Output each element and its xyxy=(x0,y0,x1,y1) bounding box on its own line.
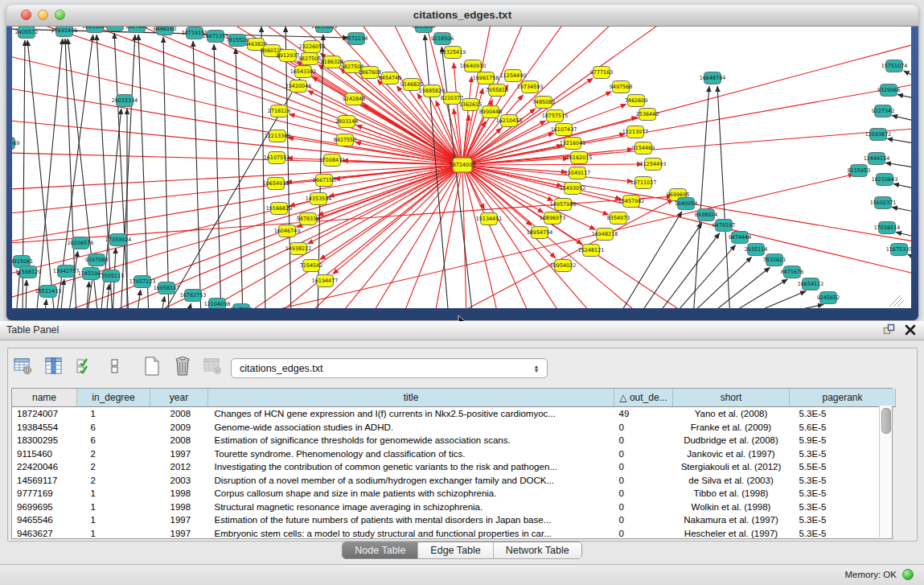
cell-title[interactable]: Tourette syndrome. Phenomenology and cla… xyxy=(208,447,614,461)
graph-edge[interactable] xyxy=(161,296,165,308)
cell-name[interactable]: 9463627 xyxy=(12,527,77,541)
graph-edge[interactable] xyxy=(261,27,265,308)
cell-short[interactable]: Yano et al. (2008) xyxy=(673,407,790,421)
graph-node[interactable]: 6479197 xyxy=(713,220,735,232)
graph-edge[interactable] xyxy=(12,165,462,189)
graph-edge[interactable] xyxy=(97,35,113,308)
cell-in_degree[interactable]: 6 xyxy=(77,421,150,435)
cell-in_degree[interactable]: 2 xyxy=(77,460,150,474)
graph-edge[interactable] xyxy=(462,165,911,274)
graph-node[interactable]: 13954469 xyxy=(12,138,19,150)
graph-node[interactable]: 12325419 xyxy=(440,47,466,59)
graph-node[interactable]: 10654935 xyxy=(263,178,290,190)
graph-node[interactable]: 16033809 xyxy=(311,27,338,33)
cell-out_degree[interactable]: 0 xyxy=(614,447,673,461)
select-rows-icon[interactable] xyxy=(74,356,95,377)
graph-node[interactable]: 9154469 xyxy=(632,142,655,154)
graph-node[interactable]: 7462609 xyxy=(625,95,647,107)
cell-name[interactable]: 18724007 xyxy=(12,407,77,421)
graph-node[interactable]: 8354973 xyxy=(607,212,630,225)
graph-node[interactable]: 7485083 xyxy=(532,97,555,109)
cell-short[interactable]: de Silva et al. (2003) xyxy=(673,474,790,488)
graph-node[interactable]: 14353594 xyxy=(306,193,332,205)
graph-edge[interactable] xyxy=(138,35,149,308)
cell-in_degree[interactable]: 2 xyxy=(77,447,150,461)
cell-year[interactable]: 2008 xyxy=(150,434,208,447)
graph-node[interactable]: 9397588 xyxy=(85,254,108,266)
resize-grip[interactable] xyxy=(889,295,904,307)
graph-node[interactable]: 7254542 xyxy=(300,260,322,272)
graph-node[interactable]: 18757515 xyxy=(542,110,569,122)
column-header-in_degree[interactable]: in_degree xyxy=(77,389,150,407)
window-titlebar[interactable]: citations_edges.txt xyxy=(6,5,918,27)
graph-node[interactable]: 15248121 xyxy=(578,245,605,257)
graph-node[interactable]: 2536440 xyxy=(636,109,659,121)
graph-edge[interactable] xyxy=(706,267,770,308)
graph-node[interactable]: 9777163 xyxy=(590,67,613,79)
cell-out_degree[interactable]: 0 xyxy=(614,501,673,514)
graph-node-hub[interactable]: 18724007 xyxy=(450,158,476,172)
graph-node[interactable]: 9218506 xyxy=(431,33,454,45)
tab-network-table[interactable]: Network Table xyxy=(494,542,581,558)
cell-year[interactable]: 1997 xyxy=(150,527,208,541)
cell-name[interactable]: 9115460 xyxy=(12,447,77,461)
graph-node[interactable]: 2803144 xyxy=(335,116,358,128)
table-row[interactable]: 977716911998Corpus callosum shape and si… xyxy=(12,487,896,501)
graph-node[interactable]: 16782753 xyxy=(180,290,207,302)
graph-edge[interactable] xyxy=(462,165,621,199)
graph-edge[interactable] xyxy=(44,299,47,308)
cell-in_degree[interactable]: 2 xyxy=(77,474,150,488)
graph-node[interactable]: 9827505 xyxy=(298,53,321,65)
graph-node[interactable]: 15457982 xyxy=(618,196,645,208)
graph-node[interactable]: 15493052 xyxy=(560,183,586,195)
cell-short[interactable]: Dudbridge et al. (2008) xyxy=(673,434,790,447)
graph-node[interactable]: 10711027 xyxy=(630,177,657,189)
cell-out_degree[interactable]: 0 xyxy=(614,434,673,447)
graph-edge[interactable] xyxy=(121,35,135,308)
cell-out_degree[interactable]: 0 xyxy=(614,460,673,474)
graph-node[interactable]: 8471676 xyxy=(781,266,803,278)
graph-node[interactable]: 9329966 xyxy=(877,84,900,97)
cell-title[interactable]: Corpus callosum shape and size in male p… xyxy=(208,487,614,501)
graph-node[interactable]: 16948218 xyxy=(592,229,618,241)
table-row[interactable]: 2242004622012Investigating the contribut… xyxy=(12,460,896,474)
graph-edge[interactable] xyxy=(908,254,911,257)
graph-node[interactable]: 2935114 xyxy=(745,244,767,256)
graph-node[interactable]: 9245652 xyxy=(817,292,840,304)
cell-name[interactable]: 14569117 xyxy=(12,474,77,488)
graph-edge[interactable] xyxy=(717,86,730,308)
cell-in_degree[interactable]: 1 xyxy=(77,407,150,421)
cell-name[interactable]: 9465546 xyxy=(12,513,77,527)
new-column-icon[interactable] xyxy=(142,356,162,377)
table-mode-icon[interactable] xyxy=(13,356,34,377)
row-height-icon[interactable] xyxy=(105,356,125,377)
cell-title[interactable]: Disruption of a novel member of a sodium… xyxy=(208,474,614,488)
graph-node[interactable]: 8427552 xyxy=(334,134,356,146)
graph-edge[interactable] xyxy=(137,290,141,308)
cell-year[interactable]: 2003 xyxy=(150,474,208,488)
graph-node[interactable]: 6466160 xyxy=(154,27,176,35)
show-columns-icon[interactable] xyxy=(43,356,64,377)
column-header-pagerank[interactable]: pagerank xyxy=(790,389,896,407)
graph-node[interactable]: 16194477 xyxy=(312,275,339,287)
graph-node[interactable]: 11675335 xyxy=(886,244,911,256)
cell-short[interactable]: Jankovic et al. (1997) xyxy=(673,447,790,461)
graph-node[interactable]: 19166829 xyxy=(266,203,293,215)
table-selector-dropdown[interactable]: citations_edges.txt ▲▼ xyxy=(231,358,548,378)
cell-in_degree[interactable]: 6 xyxy=(77,434,150,447)
graph-edge[interactable] xyxy=(618,212,682,308)
cell-year[interactable]: 1998 xyxy=(150,487,208,501)
graph-edge[interactable] xyxy=(462,164,643,165)
cell-short[interactable]: Hescheler et al. (1997) xyxy=(673,527,790,541)
graph-node[interactable]: 1527602 xyxy=(125,27,148,33)
graph-edge[interactable] xyxy=(693,86,709,308)
graph-edge[interactable] xyxy=(742,291,806,308)
cell-year[interactable]: 2008 xyxy=(150,407,208,421)
cell-in_degree[interactable]: 1 xyxy=(77,527,150,541)
cell-title[interactable]: Embryonic stem cells: a model to study s… xyxy=(208,527,614,541)
graph-node[interactable]: 8813054 xyxy=(413,27,435,33)
graph-node[interactable]: 16648784 xyxy=(700,72,726,84)
graph-node[interactable]: 10654112 xyxy=(798,278,824,290)
graph-node[interactable]: 9242848 xyxy=(343,93,365,105)
column-header-out_degree[interactable]: △ out_de... xyxy=(614,389,673,407)
